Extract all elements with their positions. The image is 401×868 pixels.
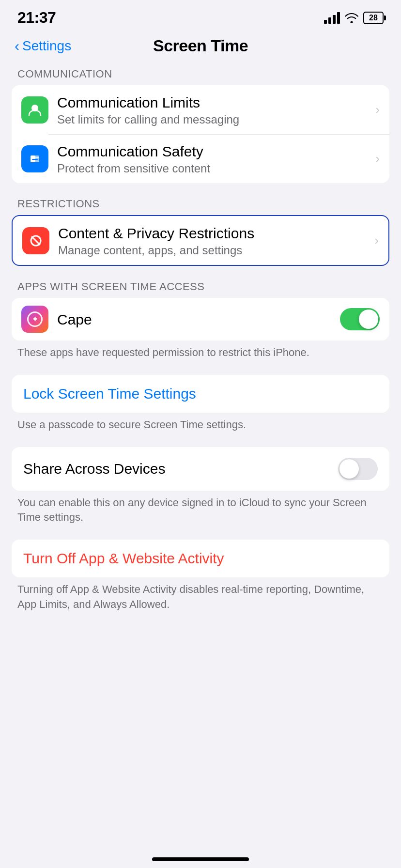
communication-safety-text: Communication Safety Protect from sensit… [57, 142, 367, 175]
cape-icon: ✦ [21, 306, 48, 333]
home-indicator [152, 857, 249, 861]
cape-toggle[interactable] [340, 308, 380, 330]
share-devices-toggle-thumb [339, 459, 359, 479]
lock-settings-item[interactable]: Lock Screen Time Settings [12, 375, 389, 413]
communication-safety-title: Communication Safety [57, 142, 367, 161]
cape-icon-inner: ✦ [27, 311, 43, 327]
signal-icon [324, 12, 340, 24]
nav-bar: ‹ Settings Screen Time [0, 31, 401, 63]
communication-limits-title: Communication Limits [57, 93, 367, 112]
lock-settings-footer: Use a passcode to secure Screen Time set… [0, 413, 401, 433]
cape-text: Cape [57, 310, 331, 329]
wifi-icon [345, 13, 358, 23]
cape-item[interactable]: ✦ Cape [12, 298, 389, 341]
communication-safety-icon [21, 145, 48, 172]
section-turn-off-activity: Turn Off App & Website Activity Turning … [0, 540, 401, 612]
share-devices-card: Share Across Devices [12, 447, 389, 491]
section-lock-settings: Lock Screen Time Settings Use a passcode… [0, 375, 401, 433]
content-privacy-text: Content & Privacy Restrictions Manage co… [58, 224, 366, 257]
back-label: Settings [22, 38, 71, 54]
section-apps-access-header: APPS WITH SCREEN TIME ACCESS [0, 280, 401, 298]
status-time: 21:37 [17, 9, 56, 27]
communication-limits-text: Communication Limits Set limits for call… [57, 93, 367, 126]
communication-limits-chevron: › [375, 102, 380, 117]
content-privacy-title: Content & Privacy Restrictions [58, 224, 366, 243]
cape-title: Cape [57, 310, 331, 329]
communication-limits-icon [21, 96, 48, 124]
share-devices-toggle[interactable] [338, 458, 378, 480]
back-chevron-icon: ‹ [15, 39, 19, 53]
cape-toggle-thumb [359, 310, 378, 329]
communication-safety-subtitle: Protect from sensitive content [57, 162, 367, 175]
content-privacy-chevron: › [374, 233, 379, 248]
section-restrictions-header: RESTRICTIONS [0, 198, 401, 215]
turn-off-activity-footer: Turning off App & Website Activity disab… [0, 577, 401, 612]
turn-off-activity-item[interactable]: Turn Off App & Website Activity [12, 540, 389, 577]
status-bar: 21:37 28 [0, 0, 401, 31]
share-devices-item[interactable]: Share Across Devices [12, 447, 389, 491]
communication-card: Communication Limits Set limits for call… [12, 85, 389, 183]
communication-limits-item[interactable]: Communication Limits Set limits for call… [12, 85, 389, 134]
share-devices-label: Share Across Devices [23, 461, 338, 477]
apps-access-footer: These apps have requested permission to … [0, 341, 401, 360]
cape-star-icon: ✦ [31, 314, 39, 325]
svg-line-4 [32, 237, 40, 245]
turn-off-activity-card: Turn Off App & Website Activity [12, 540, 389, 577]
page-title: Screen Time [153, 36, 248, 55]
lock-settings-card: Lock Screen Time Settings [12, 375, 389, 413]
section-apps-access: APPS WITH SCREEN TIME ACCESS ✦ Cape Thes… [0, 280, 401, 360]
section-communication-header: COMMUNICATION [0, 68, 401, 85]
share-devices-footer: You can enable this on any device signed… [0, 491, 401, 526]
communication-safety-chevron: › [375, 151, 380, 166]
battery-icon: 28 [363, 12, 384, 24]
turn-off-activity-label: Turn Off App & Website Activity [23, 550, 378, 567]
apps-access-card: ✦ Cape [12, 298, 389, 341]
content-privacy-card: Content & Privacy Restrictions Manage co… [12, 215, 389, 266]
status-icons: 28 [324, 12, 384, 24]
back-button[interactable]: ‹ Settings [15, 38, 71, 54]
content-privacy-icon [22, 227, 49, 254]
lock-settings-label: Lock Screen Time Settings [23, 386, 378, 402]
section-share-devices: Share Across Devices You can enable this… [0, 447, 401, 526]
communication-limits-subtitle: Set limits for calling and messaging [57, 113, 367, 126]
content-privacy-subtitle: Manage content, apps, and settings [58, 244, 366, 257]
communication-safety-item[interactable]: Communication Safety Protect from sensit… [12, 134, 389, 183]
content-privacy-item[interactable]: Content & Privacy Restrictions Manage co… [13, 216, 388, 265]
section-restrictions: RESTRICTIONS Content & Privacy Restricti… [0, 198, 401, 266]
section-communication: COMMUNICATION Communication Limits Set l… [0, 68, 401, 183]
content: COMMUNICATION Communication Limits Set l… [0, 63, 401, 646]
